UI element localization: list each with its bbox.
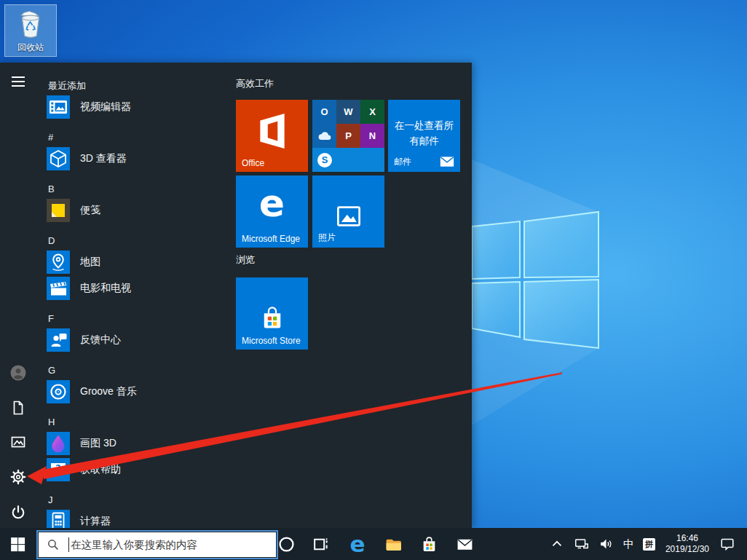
documents-button[interactable] xyxy=(5,395,31,421)
recycle-bin-desktop-icon[interactable]: 回收站 xyxy=(4,4,57,57)
hamburger-icon xyxy=(9,73,27,90)
app-section-header[interactable]: B xyxy=(41,181,230,197)
ime-mode-button[interactable]: 拼 xyxy=(639,528,660,560)
photos-tile-icon xyxy=(336,203,362,229)
envelope-icon xyxy=(440,156,454,167)
get-help-icon: ? xyxy=(47,458,70,481)
app-section-header[interactable]: F xyxy=(41,311,230,327)
office-app-x: X xyxy=(360,100,384,124)
app-item-label: 地图 xyxy=(80,256,100,269)
pictures-button[interactable] xyxy=(5,429,31,455)
store-taskbar-button[interactable] xyxy=(411,528,446,560)
tile-microsoft-edge[interactable]: e Microsoft Edge xyxy=(236,176,308,248)
office-app-n: N xyxy=(360,124,384,148)
app-section-header[interactable]: 最近添加 xyxy=(41,78,230,94)
app-item-label: 便笺 xyxy=(80,204,100,217)
app-item-get-help[interactable]: ?获取帮助 xyxy=(41,457,230,483)
app-section-header[interactable]: D xyxy=(41,233,230,249)
chevron-up-icon xyxy=(549,536,565,552)
svg-text:?: ? xyxy=(55,462,60,473)
taskbar: 在这里输入你要搜索的内容 e 中 拼 16:46 2019/12/30 xyxy=(0,528,747,560)
mail-taskbar-button[interactable] xyxy=(447,528,482,560)
skype-band: S xyxy=(312,148,384,172)
movies-tv-icon xyxy=(47,277,70,300)
cortana-button[interactable] xyxy=(269,528,304,560)
app-item-label: 获取帮助 xyxy=(80,463,121,476)
user-account-button[interactable] xyxy=(5,360,31,386)
folder-icon xyxy=(384,535,403,553)
groove-music-icon xyxy=(47,380,70,403)
app-item-maps[interactable]: 地图 xyxy=(41,249,230,275)
settings-button[interactable] xyxy=(5,464,31,490)
cortana-icon xyxy=(277,535,296,553)
app-item-calculator[interactable]: 计算器 xyxy=(41,508,230,528)
app-section-header[interactable]: J xyxy=(41,492,230,508)
app-section-header[interactable]: G xyxy=(41,363,230,379)
app-item-sticky-notes[interactable]: 便笺 xyxy=(41,197,230,224)
app-item-label: 电影和电视 xyxy=(80,282,131,295)
paint-3d-icon xyxy=(47,432,70,455)
app-item-feedback-hub[interactable]: 反馈中心 xyxy=(41,327,230,353)
search-icon xyxy=(47,538,60,551)
action-center-button[interactable] xyxy=(715,528,740,560)
user-avatar-icon xyxy=(9,364,27,382)
app-section-header[interactable]: # xyxy=(41,130,230,146)
tile-photos[interactable]: 照片 xyxy=(312,176,384,248)
volume-button[interactable] xyxy=(594,528,619,560)
windows-logo-icon xyxy=(9,535,27,553)
system-tray: 中 拼 16:46 2019/12/30 xyxy=(545,528,747,560)
app-item-label: 画图 3D xyxy=(80,437,116,450)
app-section-header[interactable]: H xyxy=(41,414,230,430)
edge-taskbar-button[interactable]: e xyxy=(340,528,375,560)
pinyin-ime-icon: 拼 xyxy=(643,538,655,551)
office-app-o: O xyxy=(312,100,336,124)
clock-date: 2019/12/30 xyxy=(665,544,709,555)
sticky-notes-icon xyxy=(47,199,70,222)
power-button[interactable] xyxy=(5,500,31,526)
power-icon xyxy=(9,504,27,521)
edge-icon: e xyxy=(349,533,365,556)
desktop: 回收站 最近添加视频编辑器#3D 查看器B便笺D地图电影和电视F反馈中心GGro… xyxy=(0,0,747,560)
clock-time: 16:46 xyxy=(676,533,698,544)
tile-mail[interactable]: 在一处查看所有邮件 邮件 xyxy=(388,100,460,172)
app-item-label: 3D 查看器 xyxy=(80,152,127,165)
clock[interactable]: 16:46 2019/12/30 xyxy=(660,528,715,560)
app-item-video-editor[interactable]: 视频编辑器 xyxy=(41,94,230,120)
tile-mail-heading: 在一处查看所有邮件 xyxy=(388,119,460,149)
task-view-icon xyxy=(312,535,330,553)
task-view-button[interactable] xyxy=(303,528,338,560)
gear-icon xyxy=(9,468,27,486)
network-icon xyxy=(574,536,590,552)
app-item-label: 反馈中心 xyxy=(80,334,121,347)
office-app-w: W xyxy=(336,100,360,124)
tile-office-label: Office xyxy=(242,158,264,168)
network-button[interactable] xyxy=(569,528,594,560)
pictures-icon xyxy=(9,433,27,451)
start-menu: 最近添加视频编辑器#3D 查看器B便笺D地图电影和电视F反馈中心GGroove … xyxy=(0,63,472,528)
app-item-groove-music[interactable]: Groove 音乐 xyxy=(41,379,230,405)
maps-icon xyxy=(47,251,70,274)
tile-office[interactable]: Office xyxy=(236,100,308,172)
app-item-paint-3d[interactable]: 画图 3D xyxy=(41,430,230,457)
app-item-label: 视频编辑器 xyxy=(80,100,131,114)
office-apps-grid: OWXPN xyxy=(312,100,384,148)
video-editor-icon xyxy=(47,95,70,119)
tile-group-title-productivity[interactable]: 高效工作 xyxy=(236,77,274,90)
app-item-movies-tv[interactable]: 电影和电视 xyxy=(41,275,230,301)
file-explorer-button[interactable] xyxy=(376,528,411,560)
tile-group-title-browse[interactable]: 浏览 xyxy=(236,253,255,267)
app-item-viewer-3d[interactable]: 3D 查看器 xyxy=(41,146,230,172)
ime-language-indicator[interactable]: 中 xyxy=(619,528,639,560)
search-input[interactable]: 在这里输入你要搜索的内容 xyxy=(36,530,278,559)
start-button[interactable] xyxy=(0,528,35,560)
tile-mail-label: 邮件 xyxy=(394,156,411,168)
start-menu-rail xyxy=(0,63,36,528)
tray-overflow-button[interactable] xyxy=(545,528,569,560)
tile-office-apps[interactable]: OWXPN S xyxy=(312,100,384,172)
app-list: 最近添加视频编辑器#3D 查看器B便笺D地图电影和电视F反馈中心GGroove … xyxy=(41,74,230,528)
store-tile-icon xyxy=(259,305,285,331)
expand-menu-button[interactable] xyxy=(5,68,31,95)
tile-microsoft-store[interactable]: Microsoft Store xyxy=(236,277,308,350)
app-item-label: 计算器 xyxy=(80,515,111,528)
action-center-icon xyxy=(719,536,735,552)
